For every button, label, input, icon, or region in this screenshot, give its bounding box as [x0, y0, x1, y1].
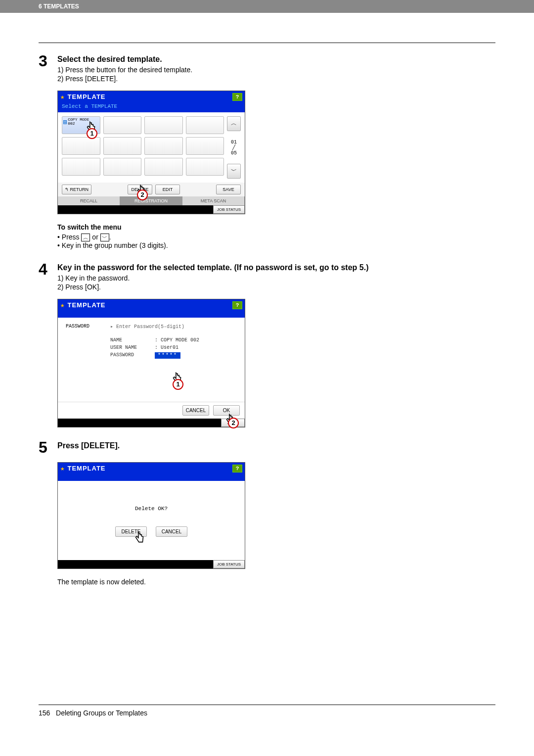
password-label: PASSWORD: [66, 324, 110, 330]
page-number: 156: [39, 709, 50, 717]
template-tile-empty[interactable]: [62, 137, 100, 155]
help-icon[interactable]: ?: [232, 93, 242, 101]
scroll-down-button[interactable]: ﹀: [227, 164, 241, 179]
edit-button[interactable]: EDIT: [155, 185, 180, 194]
template-tile-empty[interactable]: [186, 158, 224, 176]
scroll-up-button[interactable]: ︿: [227, 116, 241, 131]
switch-bullet-2: Key in the group number (3 digits).: [57, 241, 495, 249]
template-tile-empty[interactable]: [186, 137, 224, 155]
header-spacer: [58, 474, 245, 481]
arrow-down-icon: ﹀: [100, 234, 109, 241]
step4-li1: 1) Key in the password.: [57, 274, 495, 282]
star-icon: ★: [60, 301, 64, 309]
password-input[interactable]: *****: [155, 352, 180, 359]
arrow-up-icon: ︿: [81, 234, 90, 241]
template-tile-empty[interactable]: [144, 158, 183, 176]
template-tile-empty[interactable]: [62, 158, 100, 176]
result-text: The template is now deleted.: [57, 578, 495, 586]
username-label: USER NAME: [110, 345, 155, 350]
template-tile-empty[interactable]: [103, 116, 142, 134]
page-indicator: 01╱05: [227, 140, 241, 156]
switch-bullet-1: Press ︿ or ﹀.: [57, 233, 495, 241]
shot2-title: TEMPLATE: [67, 301, 232, 309]
template-tile-empty[interactable]: [103, 137, 142, 155]
page-content: 3 Select the desired template. 1) Press …: [0, 13, 534, 732]
page-footer: 156 Deleting Groups or Templates: [39, 705, 495, 717]
switch-heading: To switch the menu: [57, 223, 495, 231]
step-4: 4 Key in the password for the selected t…: [39, 261, 495, 292]
callout-1: 1: [173, 379, 183, 390]
ok-button[interactable]: OK: [213, 405, 240, 416]
job-status-button[interactable]: JOB STATUS: [213, 205, 245, 214]
step-5: 5 Press [DELETE].: [39, 439, 495, 455]
step-number: 4: [39, 261, 57, 292]
step-title: Press [DELETE].: [57, 441, 495, 450]
header-spacer: [58, 311, 245, 318]
callout-2: 2: [137, 189, 148, 200]
step-number: 3: [39, 53, 57, 84]
star-icon: ★: [60, 464, 64, 472]
return-button[interactable]: ↰ RETURN: [62, 185, 91, 194]
cancel-button[interactable]: CANCEL: [156, 526, 187, 537]
chapter-header: 6 TEMPLATES: [0, 0, 534, 13]
delete-question: Delete OK?: [66, 506, 237, 512]
username-value: : User01: [155, 345, 178, 350]
step-number: 5: [39, 439, 57, 455]
screenshot-delete-confirm: ★ TEMPLATE ? Delete OK? DELETE CANCEL JO…: [57, 462, 245, 569]
help-icon[interactable]: ?: [232, 465, 242, 472]
help-icon[interactable]: ?: [232, 301, 242, 309]
template-tile-empty[interactable]: [144, 137, 183, 155]
shot3-title: TEMPLATE: [67, 465, 232, 472]
step3-li1: 1) Press the button for the desired temp…: [57, 66, 495, 74]
step-title: Select the desired template.: [57, 55, 495, 64]
tab-recall[interactable]: RECALL: [58, 196, 120, 205]
password-hint: ▸ Enter Password(5-digit): [110, 324, 184, 330]
template-tile-empty[interactable]: [103, 158, 142, 176]
password-field-label: PASSWORD: [110, 352, 155, 359]
screenshot-password: ★ TEMPLATE ? PASSWORD ▸ Enter Password(5…: [57, 299, 245, 427]
tab-metascan[interactable]: META SCAN: [182, 196, 245, 205]
template-tile-empty[interactable]: [144, 116, 183, 134]
footer-title: Deleting Groups or Templates: [56, 709, 147, 717]
star-icon: ★: [60, 93, 64, 101]
shot1-subtitle: Select a TEMPLATE: [58, 102, 245, 112]
save-button[interactable]: SAVE: [216, 185, 241, 194]
tile-l2: 002: [68, 121, 75, 126]
step4-li2: 2) Press [OK].: [57, 283, 495, 291]
step3-li2: 2) Press [DELETE].: [57, 75, 495, 83]
delete-confirm-button[interactable]: DELETE: [115, 526, 147, 537]
shot1-title: TEMPLATE: [67, 93, 232, 100]
step-3: 3 Select the desired template. 1) Press …: [39, 53, 495, 84]
job-status-button[interactable]: JOB STATUS: [213, 560, 245, 568]
name-value: : COPY MODE 002: [155, 337, 199, 343]
callout-1: 1: [87, 128, 97, 139]
top-rule: [39, 43, 495, 43]
tab-registration[interactable]: REGISTRATION: [120, 196, 182, 205]
doc-icon: ▤: [63, 118, 67, 126]
name-label: NAME: [110, 337, 155, 343]
cancel-button[interactable]: CANCEL: [182, 405, 209, 416]
template-tile-empty[interactable]: [186, 116, 224, 134]
screenshot-template-select: ★ TEMPLATE ? Select a TEMPLATE ▤ COPY MO…: [57, 91, 245, 214]
step-title: Key in the password for the selected tem…: [57, 263, 495, 272]
